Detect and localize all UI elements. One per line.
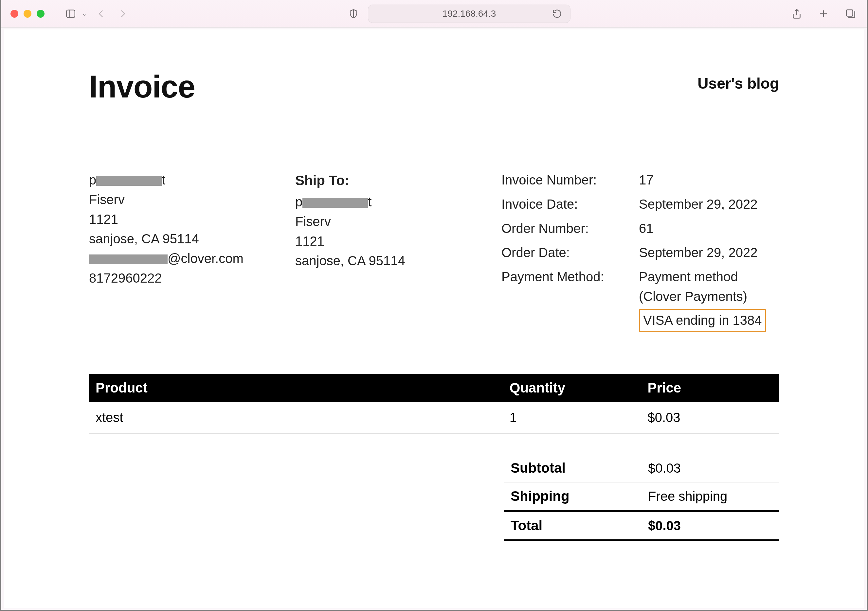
forward-button[interactable] [116, 6, 130, 21]
label-payment-method: Payment Method: [501, 267, 639, 332]
table-header-row: Product Quantity Price [89, 374, 779, 402]
toolbar-right [789, 6, 857, 21]
chevron-down-icon[interactable]: ⌄ [82, 10, 87, 17]
cell-price: $0.03 [641, 402, 779, 434]
browser-toolbar: ⌄ 192.168.64.3 [1, 0, 867, 28]
value-invoice-date: September 29, 2022 [639, 194, 779, 214]
address-bar[interactable]: 192.168.64.3 [368, 5, 570, 23]
ship-to-name-line: pt [295, 192, 501, 212]
col-product: Product [89, 374, 503, 402]
svg-rect-5 [846, 10, 853, 16]
ship-to-street: 1121 [295, 231, 501, 251]
bill-to-city: sanjose, CA 95114 [89, 229, 295, 249]
shipping-label: Shipping [511, 488, 648, 504]
sidebar-toggle-button[interactable] [64, 6, 78, 21]
subtotal-value: $0.03 [648, 461, 772, 476]
card-ending-highlight: VISA ending in 1384 [639, 309, 766, 332]
subtotal-row: Subtotal $0.03 [504, 454, 779, 482]
value-invoice-number: 17 [639, 170, 779, 190]
site-title: User's blog [698, 74, 779, 92]
bill-to-company: Fiserv [89, 190, 295, 209]
col-quantity: Quantity [503, 374, 641, 402]
ship-to-block: Ship To: pt Fiserv 1121 sanjose, CA 9511… [295, 170, 501, 332]
cell-quantity: 1 [503, 402, 641, 434]
label-invoice-date: Invoice Date: [501, 194, 639, 214]
new-tab-button[interactable] [816, 6, 831, 21]
totals-block: Subtotal $0.03 Shipping Free shipping To… [504, 454, 779, 541]
label-order-date: Order Date: [501, 243, 639, 262]
bill-to-email-line: @clover.com [89, 249, 295, 268]
col-price: Price [641, 374, 779, 402]
line-items-table: Product Quantity Price xtest 1 $0.03 [89, 374, 779, 434]
table-row: xtest 1 $0.03 [89, 402, 779, 434]
share-button[interactable] [789, 6, 804, 21]
minimize-window-icon[interactable] [23, 10, 31, 18]
invoice-page: Invoice User's blog p██████████t p██████… [4, 29, 864, 608]
tab-overview-button[interactable] [843, 6, 857, 21]
total-value: $0.03 [648, 518, 772, 533]
cell-product: xtest [89, 402, 503, 434]
total-label: Total [511, 518, 648, 534]
bill-to-phone: 8172960222 [89, 268, 295, 288]
ship-to-city: sanjose, CA 95114 [295, 251, 501, 271]
window-controls [11, 10, 45, 18]
label-invoice-number: Invoice Number: [501, 170, 639, 190]
value-payment-method: Payment method (Clover Payments) VISA en… [639, 267, 779, 332]
redaction-bar [96, 176, 162, 186]
back-button[interactable] [94, 6, 108, 21]
redaction-bar [302, 198, 368, 208]
info-grid: p██████████t p██████████t pt Fiserv 1121… [89, 170, 779, 332]
value-order-date: September 29, 2022 [639, 243, 779, 262]
close-window-icon[interactable] [11, 10, 18, 18]
invoice-meta: Invoice Number: 17 Invoice Date: Septemb… [501, 170, 779, 332]
shipping-row: Shipping Free shipping [504, 482, 779, 510]
label-order-number: Order Number: [501, 218, 639, 238]
shipping-value: Free shipping [648, 489, 772, 504]
page-title: Invoice [89, 69, 195, 105]
shield-privacy-icon[interactable] [346, 6, 361, 21]
bill-to-block: p██████████t p██████████t pt Fiserv 1121… [89, 170, 295, 332]
value-order-number: 61 [639, 218, 779, 238]
svg-rect-0 [67, 10, 75, 17]
address-text: 192.168.64.3 [443, 9, 496, 19]
fullscreen-window-icon[interactable] [37, 10, 45, 18]
bill-to-name-line: pt [89, 170, 295, 190]
ship-to-label: Ship To: [295, 170, 501, 191]
reload-button[interactable] [550, 6, 564, 21]
browser-window: ⌄ 192.168.64.3 [0, 0, 868, 611]
bill-to-street: 1121 [89, 209, 295, 229]
redaction-bar [89, 254, 167, 264]
payment-method-text: Payment method (Clover Payments) [639, 267, 779, 306]
total-row: Total $0.03 [504, 510, 779, 541]
subtotal-label: Subtotal [511, 460, 648, 476]
ship-to-company: Fiserv [295, 212, 501, 231]
header-row: Invoice User's blog [89, 69, 779, 105]
